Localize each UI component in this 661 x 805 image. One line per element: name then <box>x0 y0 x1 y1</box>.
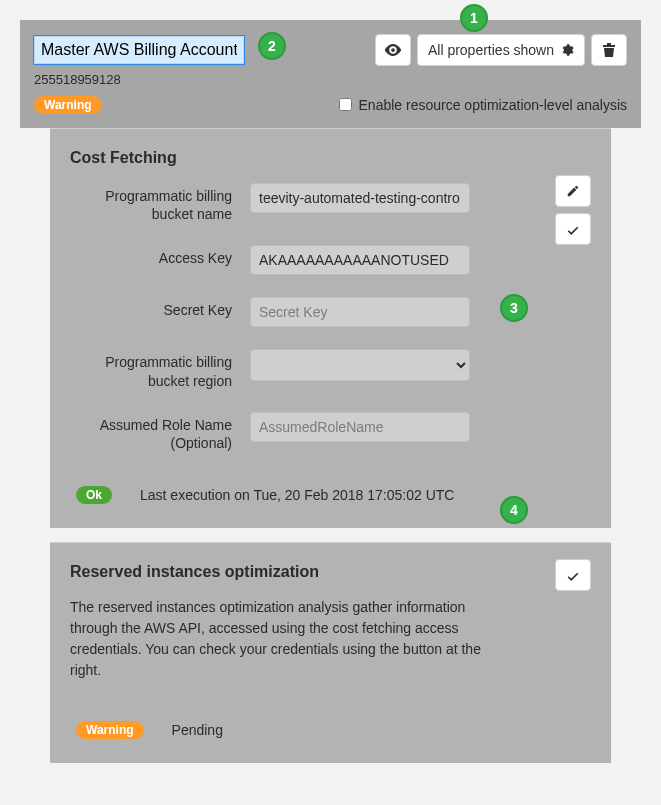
cost-fetching-title: Cost Fetching <box>70 149 591 167</box>
secret-key-label: Secret Key <box>70 297 250 319</box>
ri-optimization-panel: Reserved instances optimization The rese… <box>50 542 611 763</box>
view-button[interactable] <box>375 34 411 66</box>
trash-icon <box>602 42 616 58</box>
assumed-role-label: Assumed Role Name (Optional) <box>70 412 250 452</box>
ri-description: The reserved instances optimization anal… <box>70 597 511 681</box>
ri-warning-badge: Warning <box>76 721 144 739</box>
delete-button[interactable] <box>591 34 627 66</box>
cost-fetching-panel: Cost Fetching Programmatic billing bucke… <box>50 128 611 528</box>
bucket-region-select[interactable] <box>250 349 470 381</box>
confirm-button[interactable] <box>555 213 591 245</box>
last-execution-text: Last execution on Tue, 20 Feb 2018 17:05… <box>140 487 454 503</box>
ri-status-text: Pending <box>172 722 223 738</box>
callout-4: 4 <box>500 496 528 524</box>
bucket-name-input[interactable] <box>250 183 470 213</box>
account-header: All properties shown 255518959128 Warnin… <box>20 20 641 128</box>
eye-icon <box>384 44 402 56</box>
callout-1: 1 <box>460 4 488 32</box>
properties-label: All properties shown <box>428 42 554 58</box>
account-name-input[interactable] <box>34 36 244 64</box>
callout-3: 3 <box>500 294 528 322</box>
bucket-name-label: Programmatic billing bucket name <box>70 183 250 223</box>
ri-title: Reserved instances optimization <box>70 563 591 581</box>
callout-2: 2 <box>258 32 286 60</box>
bucket-region-label: Programmatic billing bucket region <box>70 349 250 389</box>
assumed-role-input[interactable] <box>250 412 470 442</box>
check-icon <box>566 569 580 581</box>
warning-badge: Warning <box>34 96 102 114</box>
check-icon <box>566 223 580 235</box>
secret-key-input[interactable] <box>250 297 470 327</box>
properties-button[interactable]: All properties shown <box>417 34 585 66</box>
gear-icon <box>560 43 574 57</box>
ri-confirm-button[interactable] <box>555 559 591 591</box>
account-id: 255518959128 <box>34 72 627 87</box>
enable-optimization-text: Enable resource optimization-level analy… <box>359 97 627 113</box>
pencil-icon <box>566 184 580 198</box>
edit-button[interactable] <box>555 175 591 207</box>
ok-badge: Ok <box>76 486 112 504</box>
access-key-label: Access Key <box>70 245 250 267</box>
enable-optimization-checkbox[interactable] <box>339 98 352 111</box>
enable-optimization-label[interactable]: Enable resource optimization-level analy… <box>335 95 627 114</box>
access-key-input[interactable] <box>250 245 470 275</box>
svg-point-0 <box>391 48 395 52</box>
